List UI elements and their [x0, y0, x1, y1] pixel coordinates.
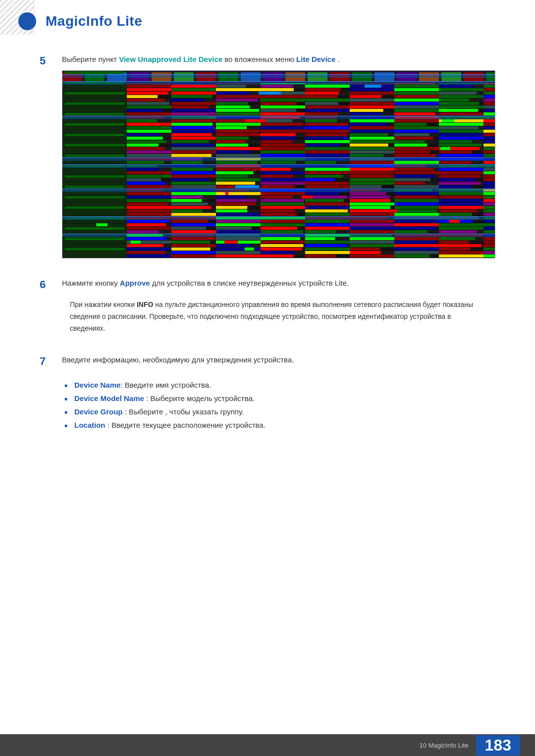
step-7: 7 Введите информацию, необходимую для ут…: [40, 354, 495, 371]
bullet-text-1: Введите имя устройства.: [123, 381, 212, 389]
bullet-text-2: Выберите модель устройства.: [148, 394, 255, 403]
bullet-sep-2: :: [144, 394, 148, 403]
step-5-text-before: Выберите пункт: [62, 55, 119, 63]
logo-circle: [18, 12, 36, 30]
logo-container: [15, 9, 40, 34]
info-bold: INFO: [137, 301, 153, 308]
footer-page-number: 183: [476, 735, 520, 756]
bullet-label-3: Device Group: [74, 407, 123, 416]
info-box: При нажатии кнопки INFO на пульте дистан…: [62, 294, 495, 339]
main-content: 5 Выберите пункт View Unapproved Lite De…: [0, 39, 535, 454]
step-5-highlight2: Lite Device: [296, 55, 335, 63]
bullet-label-4: Location: [74, 421, 106, 429]
step-5-text-after: .: [335, 55, 339, 63]
step-6-text-after: для устройства в списке неутвержденных у…: [150, 279, 349, 287]
step-5-text: Выберите пункт View Unapproved Lite Devi…: [62, 53, 495, 65]
bullet-location: ■ Location : Введите текущее расположени…: [64, 421, 495, 429]
step-6-highlight: Approve: [120, 279, 150, 287]
info-text-before: При нажатии кнопки: [70, 301, 137, 308]
screenshot-unapproved-view: [62, 70, 495, 258]
step-number-5: 5: [40, 53, 62, 67]
bullet-icon-3: ■: [64, 409, 69, 415]
bullet-device-name: ■ Device Name: Введите имя устройства.: [64, 381, 495, 389]
bullet-icon-1: ■: [64, 383, 69, 388]
step-6-text: Нажмите кнопку Approve для устройства в …: [62, 277, 495, 289]
bullet-icon-2: ■: [64, 396, 69, 402]
bullet-sep-3: :: [123, 407, 127, 416]
step-5: 5 Выберите пункт View Unapproved Lite De…: [40, 53, 495, 267]
step-5-text-middle: во вложенных меню: [222, 55, 296, 63]
bullet-label-2: Device Model Name: [74, 394, 144, 403]
step-7-text: Введите информацию, необходимую для утве…: [62, 354, 495, 366]
step-6: 6 Нажмите кнопку Approve для устройства …: [40, 277, 495, 344]
step-number-7: 7: [40, 354, 62, 368]
bullet-list: ■ Device Name: Введите имя устройства. ■…: [64, 381, 495, 429]
bullet-label-1: Device Name: [74, 381, 120, 389]
screenshot-canvas: [62, 71, 495, 258]
page-footer: 10 MagicInfo Lite 183: [0, 734, 535, 756]
step-7-content: Введите информацию, необходимую для утве…: [62, 354, 495, 371]
bullet-device-group: ■ Device Group : Выберите , чтобы указат…: [64, 407, 495, 416]
bullet-sep-4: :: [106, 421, 109, 429]
page-title: MagicInfo Lite: [46, 13, 142, 29]
step-number-6: 6: [40, 277, 62, 291]
step-5-content: Выберите пункт View Unapproved Lite Devi…: [62, 53, 495, 267]
step-5-highlight1: View Unapproved Lite Device: [119, 55, 222, 63]
bullet-icon-4: ■: [64, 423, 69, 428]
bullet-text-4: Введите текущее расположение устройства.: [109, 421, 266, 429]
step-6-text-before: Нажмите кнопку: [62, 279, 120, 287]
bullet-device-model: ■ Device Model Name : Выберите модель ус…: [64, 394, 495, 403]
bullet-text-3: Выберите , чтобы указать группу.: [127, 407, 244, 416]
page-header: MagicInfo Lite: [0, 0, 535, 39]
step-6-content: Нажмите кнопку Approve для устройства в …: [62, 277, 495, 344]
footer-chapter: 10 MagicInfo Lite: [420, 742, 469, 749]
